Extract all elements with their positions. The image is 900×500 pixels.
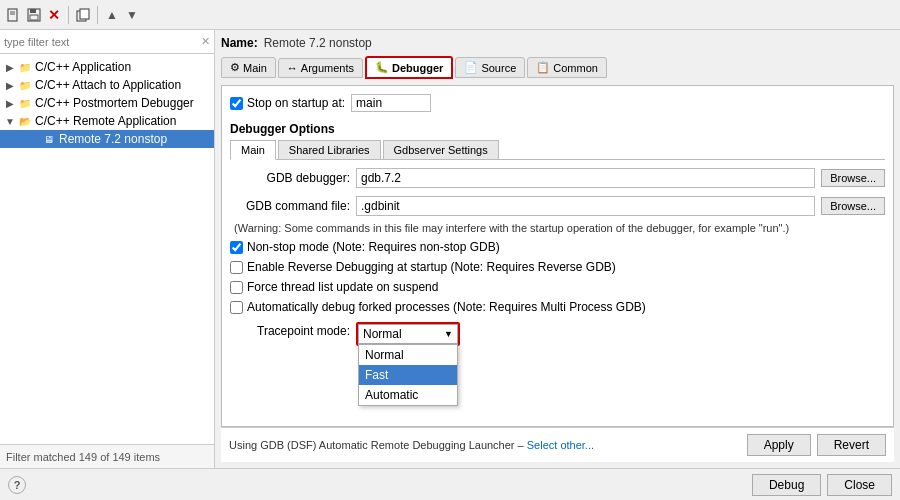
tab-debugger-label: Debugger (392, 62, 443, 74)
tracepoint-option-fast[interactable]: Fast (359, 365, 457, 385)
tree-area: ▶ 📁 C/C++ Application ▶ 📁 C/C++ Attach t… (0, 54, 214, 444)
toolbar: ✕ ▲ ▼ (0, 0, 900, 30)
tracepoint-selected[interactable]: Normal ▼ (358, 324, 458, 344)
bottom-bar-left: Using GDB (DSF) Automatic Remote Debuggi… (229, 439, 594, 451)
non-stop-checkbox[interactable] (230, 241, 243, 254)
warning-text: (Warning: Some commands in this file may… (234, 222, 885, 234)
debug-content: Stop on startup at: Debugger Options Mai… (221, 85, 894, 427)
tree-icon-remote-nonstop: 🖥 (42, 132, 56, 146)
debug-btn[interactable]: Debug (752, 474, 821, 496)
save-icon[interactable] (26, 7, 42, 23)
inner-tab-gdbserver[interactable]: Gdbserver Settings (383, 140, 499, 159)
apply-btn[interactable]: Apply (747, 434, 811, 456)
main-tab-icon: ⚙ (230, 61, 240, 74)
tree-item-cpp-remote[interactable]: ▼ 📂 C/C++ Remote Application (0, 112, 214, 130)
auto-fork-row: Automatically debug forked processes (No… (230, 300, 885, 314)
toolbar-separator-2 (97, 6, 98, 24)
inner-tab-main-label: Main (241, 144, 265, 156)
revert-btn[interactable]: Revert (817, 434, 886, 456)
tab-common-label: Common (553, 62, 598, 74)
tab-common[interactable]: 📋 Common (527, 57, 607, 78)
svg-rect-7 (80, 9, 89, 19)
select-other-link[interactable]: Select other... (527, 439, 594, 451)
gdb-debugger-row: GDB debugger: Browse... (230, 168, 885, 188)
tree-icon-cpp-remote: 📂 (18, 114, 32, 128)
down-icon[interactable]: ▼ (124, 7, 140, 23)
debugger-options-label: Debugger Options (230, 122, 885, 136)
delete-icon[interactable]: ✕ (46, 7, 62, 23)
force-thread-label: Force thread list update on suspend (247, 280, 438, 294)
tree-label-cpp-app: C/C++ Application (35, 60, 131, 74)
debugger-tab-icon: 🐛 (375, 61, 389, 74)
filter-input[interactable] (4, 36, 201, 48)
tree-expand-cpp-remote: ▼ (4, 115, 16, 127)
name-label: Name: (221, 36, 258, 50)
arguments-tab-icon: ↔ (287, 62, 298, 74)
tree-item-cpp-attach[interactable]: ▶ 📁 C/C++ Attach to Application (0, 76, 214, 94)
tree-label-remote-nonstop: Remote 7.2 nonstop (59, 132, 167, 146)
tab-arguments[interactable]: ↔ Arguments (278, 58, 363, 78)
tracepoint-selected-value: Normal (363, 327, 402, 341)
non-stop-label: Non-stop mode (Note: Requires non-stop G… (247, 240, 500, 254)
left-panel: ✕ ▶ 📁 C/C++ Application ▶ 📁 C/C++ Attach… (0, 30, 215, 468)
tree-expand-remote-nonstop (28, 133, 40, 145)
stop-checkbox[interactable] (230, 97, 243, 110)
bottom-bar: Using GDB (DSF) Automatic Remote Debuggi… (221, 427, 894, 462)
tree-expand-cpp-app: ▶ (4, 61, 16, 73)
up-icon[interactable]: ▲ (104, 7, 120, 23)
stop-checkbox-label[interactable]: Stop on startup at: (230, 96, 345, 110)
tracepoint-row: Tracepoint mode: Normal ▼ Normal Fast (230, 322, 885, 346)
inner-tab-shared-libs-label: Shared Libraries (289, 144, 370, 156)
inner-tab-shared-libs[interactable]: Shared Libraries (278, 140, 381, 159)
svg-rect-4 (30, 9, 36, 13)
auto-fork-checkbox[interactable] (230, 301, 243, 314)
tracepoint-dropdown-container: Normal ▼ Normal Fast Automatic (356, 322, 460, 346)
inner-tabs: Main Shared Libraries Gdbserver Settings (230, 140, 885, 160)
filter-clear-icon[interactable]: ✕ (201, 35, 210, 48)
inner-tab-main[interactable]: Main (230, 140, 276, 160)
gdb-command-row: GDB command file: Browse... (230, 196, 885, 216)
tab-source-label: Source (481, 62, 516, 74)
tree-label-cpp-attach: C/C++ Attach to Application (35, 78, 181, 92)
tree-icon-cpp-postmortem: 📁 (18, 96, 32, 110)
gdb-debugger-label: GDB debugger: (230, 171, 350, 185)
svg-rect-0 (8, 9, 17, 21)
tree-label-cpp-postmortem: C/C++ Postmortem Debugger (35, 96, 194, 110)
close-btn[interactable]: Close (827, 474, 892, 496)
tree-item-cpp-app[interactable]: ▶ 📁 C/C++ Application (0, 58, 214, 76)
gdb-command-label: GDB command file: (230, 199, 350, 213)
tracepoint-label: Tracepoint mode: (230, 322, 350, 338)
gdb-debugger-input[interactable] (356, 168, 815, 188)
tab-debugger[interactable]: 🐛 Debugger (365, 56, 453, 79)
name-row: Name: Remote 7.2 nonstop (221, 36, 894, 50)
tree-item-cpp-postmortem[interactable]: ▶ 📁 C/C++ Postmortem Debugger (0, 94, 214, 112)
top-tabs: ⚙ Main ↔ Arguments 🐛 Debugger 📄 Source 📋 (221, 56, 894, 79)
reverse-debug-label: Enable Reverse Debugging at startup (Not… (247, 260, 616, 274)
tree-item-remote-nonstop[interactable]: 🖥 Remote 7.2 nonstop (0, 130, 214, 148)
source-tab-icon: 📄 (464, 61, 478, 74)
force-thread-checkbox[interactable] (230, 281, 243, 294)
copy-icon[interactable] (75, 7, 91, 23)
browse-command-btn[interactable]: Browse... (821, 197, 885, 215)
stop-input[interactable] (351, 94, 431, 112)
help-icon[interactable]: ? (8, 476, 26, 494)
tree-expand-cpp-postmortem: ▶ (4, 97, 16, 109)
main-container: ✕ ▲ ▼ ✕ ▶ 📁 C/C++ Application (0, 0, 900, 500)
browse-debugger-btn[interactable]: Browse... (821, 169, 885, 187)
reverse-debug-row: Enable Reverse Debugging at startup (Not… (230, 260, 885, 274)
tab-main[interactable]: ⚙ Main (221, 57, 276, 78)
inner-tab-gdbserver-label: Gdbserver Settings (394, 144, 488, 156)
tracepoint-option-automatic[interactable]: Automatic (359, 385, 457, 405)
filter-box: ✕ (0, 30, 214, 54)
tree-label-cpp-remote: C/C++ Remote Application (35, 114, 176, 128)
tracepoint-option-normal[interactable]: Normal (359, 345, 457, 365)
common-tab-icon: 📋 (536, 61, 550, 74)
tree-icon-cpp-app: 📁 (18, 60, 32, 74)
new-icon[interactable] (6, 7, 22, 23)
gdb-command-input[interactable] (356, 196, 815, 216)
right-panel: Name: Remote 7.2 nonstop ⚙ Main ↔ Argume… (215, 30, 900, 468)
reverse-debug-checkbox[interactable] (230, 261, 243, 274)
name-value: Remote 7.2 nonstop (264, 36, 372, 50)
left-panel-bottom: Filter matched 149 of 149 items (0, 444, 214, 468)
tab-source[interactable]: 📄 Source (455, 57, 525, 78)
